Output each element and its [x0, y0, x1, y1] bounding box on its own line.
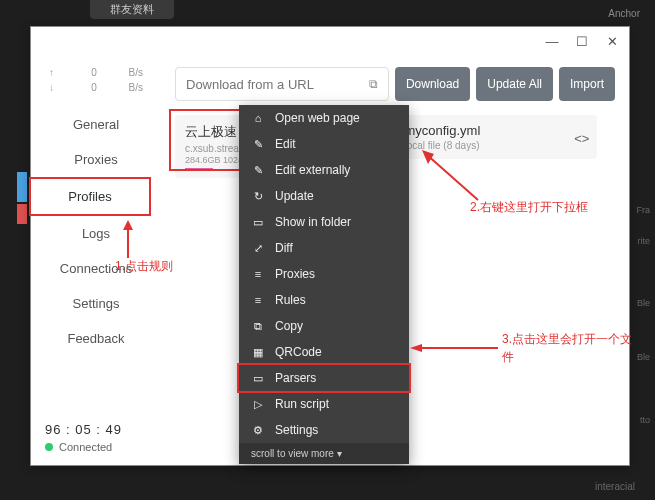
card-title: myconfig.yml	[404, 123, 587, 138]
upload-unit: B/s	[123, 67, 143, 78]
bg-side-text: Ble	[637, 298, 650, 308]
ctx-diff[interactable]: ⤢Diff	[239, 235, 409, 261]
up-arrow-icon: ↑	[49, 67, 65, 78]
download-button[interactable]: Download	[395, 67, 470, 101]
context-menu: ⌂Open web page ✎Edit ✎Edit externally ↻U…	[239, 105, 409, 464]
list-icon: ≡	[251, 294, 265, 306]
download-speed: ↓ 0 B/s	[31, 80, 161, 95]
upload-speed: ↑ 0 B/s	[31, 65, 161, 80]
home-icon: ⌂	[251, 112, 265, 124]
ctx-qrcode[interactable]: ▦QRCode	[239, 339, 409, 365]
ctx-rules[interactable]: ≡Rules	[239, 287, 409, 313]
ctx-copy[interactable]: ⧉Copy	[239, 313, 409, 339]
ctx-label: Open web page	[275, 111, 360, 125]
ctx-edit-external[interactable]: ✎Edit externally	[239, 157, 409, 183]
copy-icon: ⧉	[251, 320, 265, 333]
list-icon: ≡	[251, 268, 265, 280]
ctx-label: Run script	[275, 397, 329, 411]
anchor-label: Anchor	[608, 8, 640, 19]
background-tab: 群友资料	[90, 0, 174, 19]
download-value: 0	[65, 82, 123, 93]
nav-profiles[interactable]: Profiles	[29, 177, 151, 216]
nav-connections[interactable]: Connections	[31, 251, 161, 286]
ctx-edit[interactable]: ✎Edit	[239, 131, 409, 157]
url-input-container[interactable]: ⧉	[175, 67, 389, 101]
upload-value: 0	[65, 67, 123, 78]
card-progress-bar	[185, 168, 213, 170]
paste-icon[interactable]: ⧉	[369, 77, 378, 91]
ctx-show-folder[interactable]: ▭Show in folder	[239, 209, 409, 235]
minimize-button[interactable]: —	[543, 34, 561, 49]
folder-icon: ▭	[251, 216, 265, 229]
ctx-label: Copy	[275, 319, 303, 333]
ctx-label: Settings	[275, 423, 318, 437]
card-subtitle: local file (8 days)	[404, 140, 587, 151]
bg-bottom-text: interacial	[595, 481, 635, 492]
import-button[interactable]: Import	[559, 67, 615, 101]
bg-colored-strip	[17, 172, 27, 226]
maximize-button[interactable]: ☐	[573, 34, 591, 49]
nav-feedback[interactable]: Feedback	[31, 321, 161, 356]
connection-status: Connected	[45, 441, 147, 453]
bg-side-text: Ble	[637, 352, 650, 362]
ctx-label: QRCode	[275, 345, 322, 359]
ctx-label: Edit	[275, 137, 296, 151]
app-window: — ☐ ✕ ↑ 0 B/s ↓ 0 B/s General Pr	[30, 26, 630, 466]
nav-general[interactable]: General	[31, 107, 161, 142]
status-dot-icon	[45, 443, 53, 451]
ctx-label: Diff	[275, 241, 293, 255]
gear-icon: ⚙	[251, 424, 265, 437]
nav-settings[interactable]: Settings	[31, 286, 161, 321]
ctx-label: Edit externally	[275, 163, 350, 177]
status-label: Connected	[59, 441, 112, 453]
ctx-label: Parsers	[275, 371, 316, 385]
download-unit: B/s	[123, 82, 143, 93]
ctx-proxies[interactable]: ≡Proxies	[239, 261, 409, 287]
ctx-run-script[interactable]: ▷Run script	[239, 391, 409, 417]
ctx-label: Show in folder	[275, 215, 351, 229]
edit-icon: ✎	[251, 138, 265, 151]
nav-logs[interactable]: Logs	[31, 216, 161, 251]
nav-proxies[interactable]: Proxies	[31, 142, 161, 177]
titlebar: — ☐ ✕	[31, 27, 629, 55]
parser-icon: ▭	[251, 372, 265, 385]
ctx-label: Rules	[275, 293, 306, 307]
ctx-update[interactable]: ↻Update	[239, 183, 409, 209]
bg-side-text: Fra	[637, 205, 651, 215]
ctx-settings[interactable]: ⚙Settings	[239, 417, 409, 443]
bg-side-text: tto	[640, 415, 650, 425]
url-input[interactable]	[186, 77, 369, 92]
ctx-parsers[interactable]: ▭Parsers	[237, 363, 411, 393]
edit-icon: ✎	[251, 164, 265, 177]
main-panel: ⧉ Download Update All Import 云上极速 c.xsub…	[161, 55, 629, 465]
ctx-label: Proxies	[275, 267, 315, 281]
down-arrow-icon: ↓	[49, 82, 65, 93]
diff-icon: ⤢	[251, 242, 265, 255]
ctx-scroll-hint[interactable]: scroll to view more ▾	[239, 443, 409, 464]
profile-card[interactable]: myconfig.yml local file (8 days) <>	[391, 115, 597, 159]
bg-side-text: rite	[637, 236, 650, 246]
ctx-label: Update	[275, 189, 314, 203]
qrcode-icon: ▦	[251, 346, 265, 359]
code-icon[interactable]: <>	[574, 131, 589, 146]
play-icon: ▷	[251, 398, 265, 411]
update-all-button[interactable]: Update All	[476, 67, 553, 101]
ctx-open-web[interactable]: ⌂Open web page	[239, 105, 409, 131]
uptime-clock: 96 : 05 : 49	[45, 422, 147, 437]
refresh-icon: ↻	[251, 190, 265, 203]
sidebar: ↑ 0 B/s ↓ 0 B/s General Proxies Profiles…	[31, 55, 161, 465]
close-button[interactable]: ✕	[603, 34, 621, 49]
